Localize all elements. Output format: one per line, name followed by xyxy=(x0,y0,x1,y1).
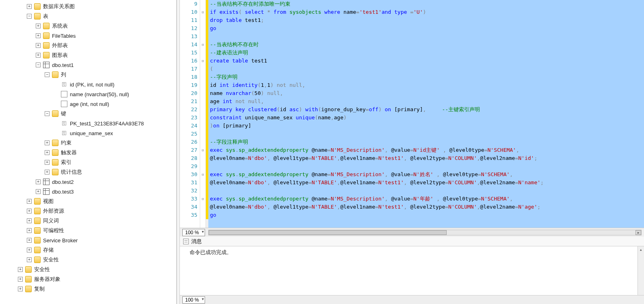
tree-item[interactable]: +图形表 xyxy=(0,50,176,60)
folder-icon xyxy=(52,71,58,78)
tree-item[interactable]: +系统表 xyxy=(0,21,176,31)
tree-item-label: id (PK, int, not null) xyxy=(70,82,115,88)
expand-toggle[interactable]: − xyxy=(27,14,32,19)
folder-icon xyxy=(34,237,41,244)
tree-item-label: age (int, not null) xyxy=(70,101,109,107)
expand-toggle[interactable]: + xyxy=(36,189,41,194)
messages-tab[interactable]: 消息 xyxy=(180,237,644,246)
tree-item-label: PK_test1_3213E83F4AA93E78 xyxy=(70,121,144,127)
fold-markers[interactable]: ⊟⊟⊟⊟⊟⊟ xyxy=(200,0,206,228)
tree-item[interactable]: ⚿unique_name_sex xyxy=(0,128,176,138)
tree-item[interactable]: +安全性 xyxy=(0,255,176,265)
tree-item[interactable]: +可编程性 xyxy=(0,226,176,235)
tree-item-label: 约束 xyxy=(61,139,71,147)
tree-item[interactable]: −dbo.test1 xyxy=(0,60,176,70)
expand-toggle[interactable]: + xyxy=(36,53,41,58)
tree-item[interactable]: ⚿PK_test1_3213E83F4AA93E78 xyxy=(0,119,176,128)
tree-item[interactable]: +触发器 xyxy=(0,148,176,157)
scroll-up-icon[interactable]: ▴ xyxy=(638,246,644,253)
horizontal-scrollbar[interactable]: ◂ ▸ xyxy=(208,230,642,235)
expand-toggle[interactable]: + xyxy=(18,267,23,272)
expand-toggle[interactable]: + xyxy=(27,218,32,223)
tree-item[interactable]: ⚿id (PK, int, not null) xyxy=(0,80,176,89)
tree-item-label: 数据库关系图 xyxy=(43,3,75,10)
folder-icon xyxy=(34,227,41,234)
tree-item-label: Service Broker xyxy=(43,237,78,244)
tree-item[interactable]: +dbo.test3 xyxy=(0,187,176,196)
tree-item[interactable]: +数据库关系图 xyxy=(0,2,176,11)
tree-item[interactable]: +Service Broker xyxy=(0,235,176,245)
zoom-dropdown[interactable]: 100 % xyxy=(182,229,205,236)
folder-icon xyxy=(34,247,41,253)
tree-item-label: dbo.test1 xyxy=(52,62,74,68)
tree-item[interactable]: −列 xyxy=(0,70,176,80)
tree-item-label: 统计信息 xyxy=(61,168,82,176)
expand-toggle[interactable]: + xyxy=(18,277,23,282)
tree-item[interactable]: name (nvarchar(50), null) xyxy=(0,89,176,99)
tree-item[interactable]: +索引 xyxy=(0,157,176,167)
tree-item-label: 索引 xyxy=(61,159,71,166)
tree-item[interactable]: +安全性 xyxy=(0,265,176,274)
messages-body[interactable]: 命令已成功完成。 ▴ xyxy=(180,246,644,295)
tree-item-label: 外部资源 xyxy=(43,207,64,215)
expand-toggle[interactable]: + xyxy=(45,140,50,145)
tree-item[interactable]: −表 xyxy=(0,11,176,21)
scroll-thumb[interactable] xyxy=(209,230,447,235)
object-explorer[interactable]: +数据库关系图−表+系统表+FileTables+外部表+图形表−dbo.tes… xyxy=(0,0,177,304)
tree-item[interactable]: +同义词 xyxy=(0,216,176,226)
expand-toggle[interactable]: + xyxy=(45,150,50,155)
expand-toggle[interactable]: + xyxy=(27,4,32,9)
table-icon xyxy=(43,179,50,185)
tree-item-label: 安全性 xyxy=(43,256,59,263)
tree-item-label: 表 xyxy=(43,13,48,20)
folder-icon xyxy=(52,169,58,175)
expand-toggle[interactable]: + xyxy=(27,238,32,243)
expand-toggle[interactable]: + xyxy=(45,170,50,175)
tree-item[interactable]: +外部表 xyxy=(0,41,176,50)
scroll-right-icon[interactable]: ▸ xyxy=(635,230,641,235)
expand-toggle[interactable]: − xyxy=(36,63,41,67)
expand-toggle[interactable]: + xyxy=(18,287,23,291)
tree-item[interactable]: −键 xyxy=(0,109,176,119)
expand-toggle[interactable]: + xyxy=(36,179,41,184)
table-icon xyxy=(43,62,50,68)
sql-editor[interactable]: 9101112131415161718192021222324252627282… xyxy=(180,0,644,228)
splitter[interactable] xyxy=(177,0,180,304)
tree-item-label: 存储 xyxy=(43,246,54,254)
tree-item-label: 视图 xyxy=(43,198,54,205)
tree-item[interactable]: +FileTables xyxy=(0,31,176,41)
messages-vscroll[interactable]: ▴ xyxy=(638,246,644,295)
folder-icon xyxy=(52,110,58,117)
column-icon xyxy=(61,91,67,97)
tree-item[interactable]: +dbo.test2 xyxy=(0,177,176,187)
tree-item[interactable]: +服务器对象 xyxy=(0,274,176,284)
line-numbers: 9101112131415161718192021222324252627282… xyxy=(180,0,200,228)
tree-item[interactable]: +约束 xyxy=(0,138,176,148)
zoom-dropdown-msg[interactable]: 100 % xyxy=(182,296,205,304)
expand-toggle[interactable]: + xyxy=(36,33,41,38)
tree-item[interactable]: +存储 xyxy=(0,245,176,255)
expand-toggle[interactable]: + xyxy=(36,43,41,48)
expand-toggle[interactable]: − xyxy=(45,111,50,116)
expand-toggle[interactable]: − xyxy=(45,72,50,77)
expand-toggle[interactable]: + xyxy=(27,209,32,213)
tree-item-label: 图形表 xyxy=(52,52,68,59)
folder-icon xyxy=(34,257,41,263)
expand-toggle[interactable]: + xyxy=(27,228,32,233)
code-text[interactable]: --当表结构不存在时添加唯一约束if exists( select * from… xyxy=(208,0,644,228)
tree-item[interactable]: +复制 xyxy=(0,284,176,294)
expand-toggle[interactable]: + xyxy=(27,248,32,252)
expand-toggle[interactable]: + xyxy=(27,257,32,262)
expand-toggle[interactable]: + xyxy=(27,199,32,204)
tree-item[interactable]: +视图 xyxy=(0,196,176,206)
folder-icon xyxy=(25,266,32,273)
tree-item[interactable]: +外部资源 xyxy=(0,206,176,216)
messages-icon xyxy=(183,239,189,244)
expand-toggle[interactable]: + xyxy=(36,24,41,28)
tree-item-label: 系统表 xyxy=(52,22,68,30)
tree-item[interactable]: age (int, not null) xyxy=(0,99,176,109)
tree-item[interactable]: +统计信息 xyxy=(0,167,176,177)
folder-icon xyxy=(34,198,41,205)
tree-item-label: 可编程性 xyxy=(43,227,64,234)
expand-toggle[interactable]: + xyxy=(45,160,50,165)
